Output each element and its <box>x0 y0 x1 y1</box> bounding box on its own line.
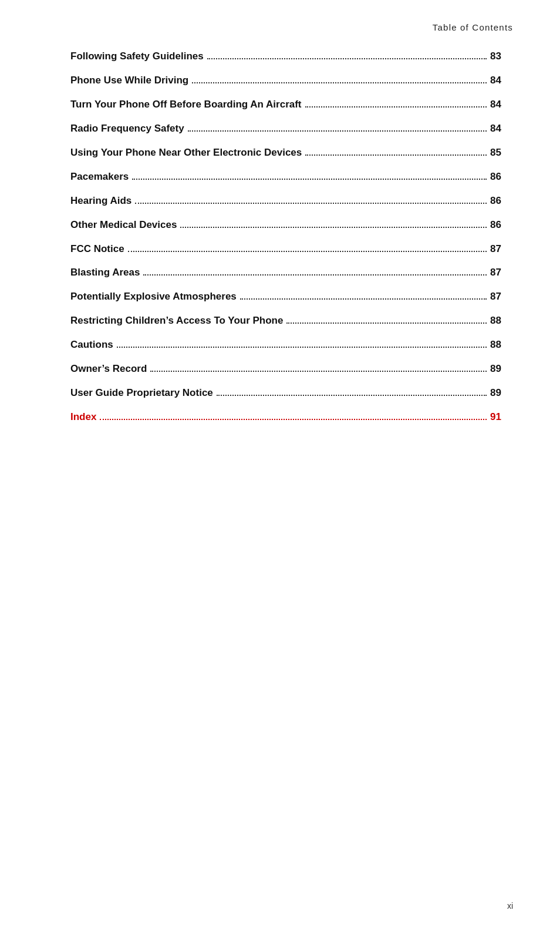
toc-label-restricting-childrens-access: Restricting Children’s Access To Your Ph… <box>70 314 283 328</box>
toc-dots-cautions <box>117 347 487 348</box>
toc-dots-hearing-aids <box>135 203 487 204</box>
toc-entry-radio-frequency-safety[interactable]: Radio Frequency Safety84 <box>70 122 501 136</box>
header-title: Table of Contents <box>433 22 513 32</box>
page-number: xi <box>507 901 513 911</box>
toc-page-other-medical-devices: 86 <box>490 219 501 232</box>
toc-dots-following-safety-guidelines <box>207 58 487 59</box>
toc-label-phone-use-while-driving: Phone Use While Driving <box>70 74 188 88</box>
toc-entry-cautions[interactable]: Cautions88 <box>70 338 501 352</box>
toc-dots-fcc-notice <box>128 251 487 252</box>
toc-entry-owners-record[interactable]: Owner’s Record89 <box>70 362 501 376</box>
toc-dots-blasting-areas <box>143 274 487 276</box>
toc-page-hearing-aids: 86 <box>490 194 501 208</box>
toc-label-potentially-explosive-atmospheres: Potentially Explosive Atmospheres <box>70 290 237 304</box>
toc-entry-blasting-areas[interactable]: Blasting Areas87 <box>70 266 501 280</box>
toc-dots-radio-frequency-safety <box>188 130 487 132</box>
toc-page-index: 91 <box>490 411 501 424</box>
toc-dots-owners-record <box>150 371 487 372</box>
toc-page-following-safety-guidelines: 83 <box>490 50 501 63</box>
toc-page-pacemakers: 86 <box>490 170 501 184</box>
toc-entry-turn-phone-off-aircraft[interactable]: Turn Your Phone Off Before Boarding An A… <box>70 98 501 112</box>
toc-label-radio-frequency-safety: Radio Frequency Safety <box>70 122 184 136</box>
toc-page-blasting-areas: 87 <box>490 266 501 280</box>
toc-label-fcc-notice: FCC Notice <box>70 243 124 256</box>
toc-dots-using-phone-near-electronic-devices <box>305 154 487 156</box>
toc-entry-using-phone-near-electronic-devices[interactable]: Using Your Phone Near Other Electronic D… <box>70 146 501 160</box>
page-footer: xi <box>507 901 513 911</box>
toc-container: Following Safety Guidelines83Phone Use W… <box>0 44 560 470</box>
toc-entry-hearing-aids[interactable]: Hearing Aids86 <box>70 194 501 208</box>
toc-dots-potentially-explosive-atmospheres <box>240 298 487 300</box>
toc-page-using-phone-near-electronic-devices: 85 <box>490 146 501 160</box>
toc-label-other-medical-devices: Other Medical Devices <box>70 219 177 232</box>
toc-entry-index[interactable]: Index91 <box>70 411 501 424</box>
toc-page-turn-phone-off-aircraft: 84 <box>490 98 501 112</box>
toc-entry-restricting-childrens-access[interactable]: Restricting Children’s Access To Your Ph… <box>70 314 501 328</box>
toc-entry-pacemakers[interactable]: Pacemakers86 <box>70 170 501 184</box>
toc-label-index: Index <box>70 411 96 424</box>
toc-page-user-guide-proprietary-notice: 89 <box>490 387 501 400</box>
toc-page-phone-use-while-driving: 84 <box>490 74 501 88</box>
toc-label-owners-record: Owner’s Record <box>70 362 147 376</box>
toc-entry-user-guide-proprietary-notice[interactable]: User Guide Proprietary Notice89 <box>70 387 501 400</box>
toc-label-using-phone-near-electronic-devices: Using Your Phone Near Other Electronic D… <box>70 146 302 160</box>
toc-label-blasting-areas: Blasting Areas <box>70 266 140 280</box>
toc-entry-potentially-explosive-atmospheres[interactable]: Potentially Explosive Atmospheres87 <box>70 290 501 304</box>
toc-dots-pacemakers <box>132 179 487 180</box>
toc-dots-user-guide-proprietary-notice <box>217 395 487 396</box>
toc-entry-phone-use-while-driving[interactable]: Phone Use While Driving84 <box>70 74 501 88</box>
toc-label-user-guide-proprietary-notice: User Guide Proprietary Notice <box>70 387 213 400</box>
toc-label-following-safety-guidelines: Following Safety Guidelines <box>70 50 204 63</box>
toc-label-cautions: Cautions <box>70 338 113 352</box>
page-header: Table of Contents <box>0 0 560 44</box>
toc-label-hearing-aids: Hearing Aids <box>70 194 131 208</box>
toc-entry-other-medical-devices[interactable]: Other Medical Devices86 <box>70 219 501 232</box>
toc-page-cautions: 88 <box>490 338 501 352</box>
toc-label-pacemakers: Pacemakers <box>70 170 129 184</box>
toc-dots-phone-use-while-driving <box>192 82 487 83</box>
toc-page-owners-record: 89 <box>490 362 501 376</box>
toc-page-fcc-notice: 87 <box>490 243 501 256</box>
toc-entry-following-safety-guidelines[interactable]: Following Safety Guidelines83 <box>70 50 501 63</box>
toc-entry-fcc-notice[interactable]: FCC Notice87 <box>70 243 501 256</box>
toc-dots-other-medical-devices <box>180 227 487 228</box>
toc-dots-restricting-childrens-access <box>286 322 487 324</box>
toc-dots-turn-phone-off-aircraft <box>305 106 487 107</box>
toc-page-restricting-childrens-access: 88 <box>490 314 501 328</box>
toc-page-radio-frequency-safety: 84 <box>490 122 501 136</box>
toc-label-turn-phone-off-aircraft: Turn Your Phone Off Before Boarding An A… <box>70 98 302 112</box>
toc-dots-index <box>100 419 487 420</box>
toc-page-potentially-explosive-atmospheres: 87 <box>490 290 501 304</box>
